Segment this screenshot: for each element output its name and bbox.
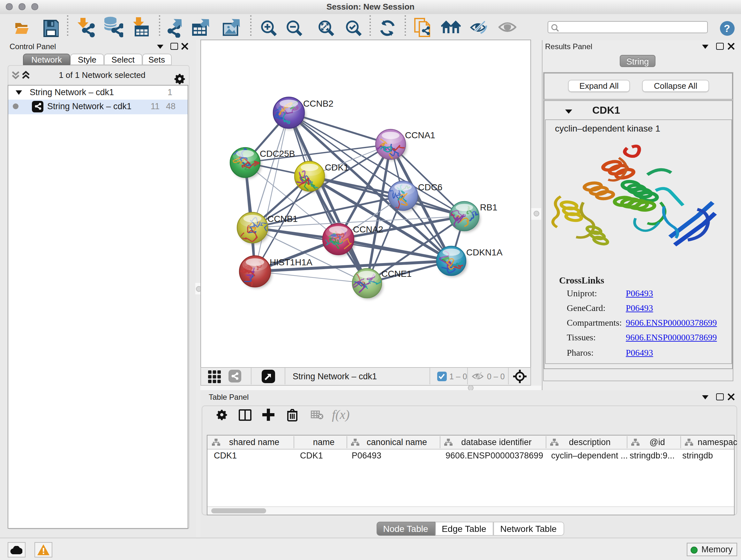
svg-text:CDC6: CDC6 [418,182,442,192]
svg-text:CDK1: CDK1 [325,163,349,172]
svg-text:CCNA1: CCNA1 [405,130,435,140]
svg-text:CCNB1: CCNB1 [267,214,298,224]
svg-text:HIST1H1A: HIST1H1A [270,257,313,267]
svg-text:CDC25B: CDC25B [260,149,295,159]
svg-text:CDKN1A: CDKN1A [466,247,502,257]
svg-text:CCNB2: CCNB2 [303,99,333,109]
svg-text:CCNE1: CCNE1 [381,269,412,279]
svg-text:CCNA2: CCNA2 [353,225,383,234]
svg-text:RB1: RB1 [480,202,497,212]
